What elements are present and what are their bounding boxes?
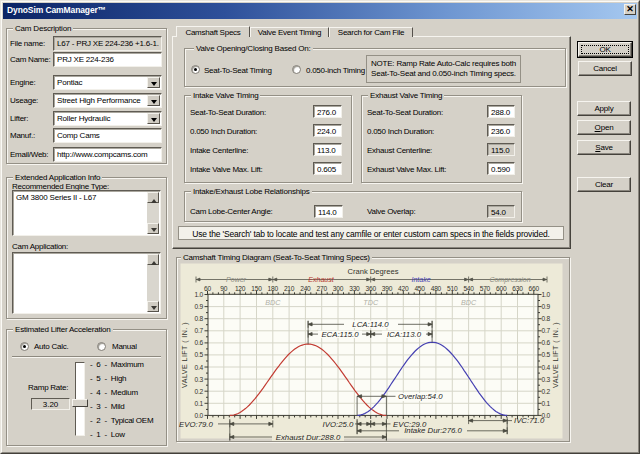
svg-text:BDC: BDC <box>265 298 281 307</box>
svg-text:0.7: 0.7 <box>542 327 551 334</box>
svg-text:1.0: 1.0 <box>542 291 551 298</box>
svg-text:Exhaust: Exhaust <box>308 276 334 283</box>
svg-text:210: 210 <box>284 285 295 292</box>
svg-text:120: 120 <box>235 285 246 292</box>
svg-text:450: 450 <box>414 285 425 292</box>
svg-text:ECA:115.0: ECA:115.0 <box>321 330 359 339</box>
svg-text:60: 60 <box>204 285 211 292</box>
svg-text:IVO:25.0: IVO:25.0 <box>323 420 354 429</box>
svg-text:0.2: 0.2 <box>194 388 203 395</box>
svg-text:0.0: 0.0 <box>194 412 203 419</box>
svg-text:0.5: 0.5 <box>542 351 551 358</box>
svg-text:510: 510 <box>447 285 458 292</box>
svg-text:0.4: 0.4 <box>542 364 551 371</box>
svg-text:480: 480 <box>431 285 442 292</box>
svg-text:IVC:71.0: IVC:71.0 <box>514 416 545 425</box>
svg-text:0.6: 0.6 <box>194 339 203 346</box>
svg-text:EVO:79.0: EVO:79.0 <box>179 420 213 429</box>
svg-text:0.5: 0.5 <box>194 351 203 358</box>
svg-text:180: 180 <box>268 285 279 292</box>
svg-text:0.9: 0.9 <box>542 303 551 310</box>
svg-text:0.9: 0.9 <box>194 303 203 310</box>
svg-text:0.8: 0.8 <box>194 315 203 322</box>
svg-text:360: 360 <box>365 285 376 292</box>
svg-text:330: 330 <box>349 285 360 292</box>
svg-text:ICA:113.0: ICA:113.0 <box>387 330 422 339</box>
svg-text:570: 570 <box>480 285 491 292</box>
svg-text:VALVE LIFT ( IN. ): VALVE LIFT ( IN. ) <box>180 322 189 388</box>
svg-text:240: 240 <box>300 285 311 292</box>
svg-text:540: 540 <box>463 285 474 292</box>
svg-text:0.1: 0.1 <box>542 400 551 407</box>
svg-text:Power: Power <box>226 276 247 283</box>
svg-text:0.2: 0.2 <box>542 388 551 395</box>
svg-text:0.1: 0.1 <box>194 400 203 407</box>
svg-text:0.3: 0.3 <box>542 376 551 383</box>
svg-text:150: 150 <box>251 285 262 292</box>
svg-text:0.7: 0.7 <box>194 327 203 334</box>
svg-text:TDC: TDC <box>363 298 379 307</box>
svg-text:BDC: BDC <box>461 298 477 307</box>
svg-text:LCA:114.0: LCA:114.0 <box>352 320 389 329</box>
svg-text:0.8: 0.8 <box>542 315 551 322</box>
svg-text:0.6: 0.6 <box>542 339 551 346</box>
svg-text:Intake Dur:276.0: Intake Dur:276.0 <box>404 426 462 435</box>
svg-text:VALVE LIFT ( IN. ): VALVE LIFT ( IN. ) <box>551 322 560 388</box>
svg-text:390: 390 <box>382 285 393 292</box>
svg-text:300: 300 <box>333 285 344 292</box>
svg-text:270: 270 <box>316 285 327 292</box>
svg-text:90: 90 <box>220 285 227 292</box>
svg-text:420: 420 <box>398 285 409 292</box>
svg-text:660: 660 <box>529 285 540 292</box>
svg-text:Crank Degrees: Crank Degrees <box>347 267 398 276</box>
svg-text:Overlap:54.0: Overlap:54.0 <box>398 392 443 401</box>
svg-text:600: 600 <box>496 285 507 292</box>
svg-text:Intake: Intake <box>411 276 430 283</box>
svg-text:0.4: 0.4 <box>194 364 203 371</box>
svg-text:Compression: Compression <box>489 276 530 284</box>
svg-text:0.3: 0.3 <box>194 376 203 383</box>
svg-text:630: 630 <box>512 285 523 292</box>
svg-text:1.0: 1.0 <box>194 291 203 298</box>
svg-text:Exhaust Dur:288.0: Exhaust Dur:288.0 <box>276 433 341 442</box>
